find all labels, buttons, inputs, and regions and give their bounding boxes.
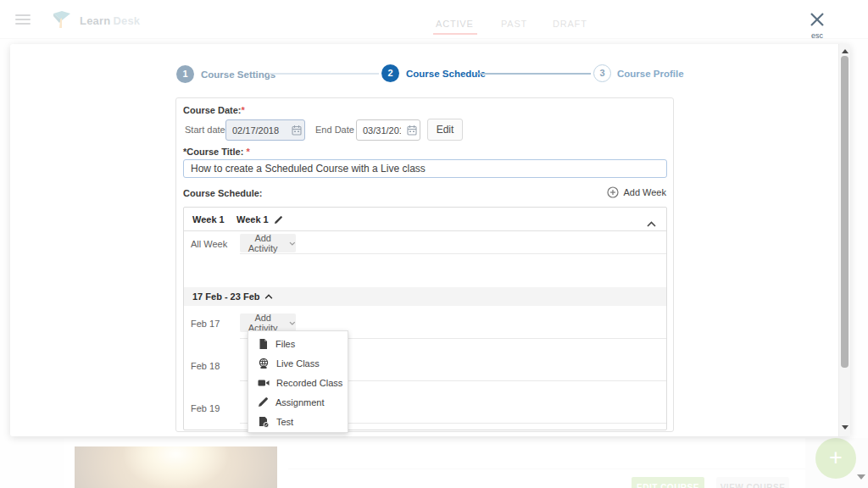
row-divider bbox=[240, 253, 666, 254]
menu-item-live-class[interactable]: Live Class bbox=[248, 353, 348, 373]
step-1-circle[interactable]: 1 bbox=[176, 65, 194, 83]
week-1-header[interactable]: Week 1 Week 1 bbox=[184, 208, 666, 231]
file-icon bbox=[258, 338, 269, 350]
menu-item-recorded-class[interactable]: Recorded Class bbox=[248, 373, 348, 392]
step-3-circle[interactable]: 3 bbox=[593, 64, 611, 82]
page: LearnDesk ACTIVE PAST DRAFT EDIT COURSE … bbox=[0, 0, 868, 488]
video-camera-icon bbox=[258, 378, 270, 388]
page-scroll-down-arrow[interactable] bbox=[857, 474, 865, 480]
chevron-up-icon bbox=[647, 221, 656, 227]
chevron-down-icon bbox=[289, 321, 296, 325]
end-date-input[interactable] bbox=[356, 119, 420, 141]
step-connector-1 bbox=[269, 73, 379, 75]
edit-pencil-icon[interactable] bbox=[274, 215, 283, 225]
step-2-circle[interactable]: 2 bbox=[381, 64, 399, 82]
course-title-input[interactable] bbox=[183, 159, 667, 178]
plus-circle-icon bbox=[607, 186, 619, 198]
close-icon bbox=[809, 11, 826, 28]
menu-item-assignment[interactable]: Assignment bbox=[248, 392, 348, 412]
scroll-up-arrow[interactable] bbox=[842, 49, 849, 53]
feb-17-add-activity-button[interactable]: Add Activity bbox=[240, 313, 296, 332]
step-connector-2 bbox=[477, 73, 591, 75]
add-week-label: Add Week bbox=[623, 187, 666, 197]
menu-item-files[interactable]: Files bbox=[248, 334, 348, 353]
add-activity-menu: Files Live Class Recorded Class bbox=[248, 330, 348, 433]
chevron-up-icon bbox=[264, 294, 273, 299]
start-date-label: Start date bbox=[185, 125, 225, 135]
week-tag: Week 1 bbox=[192, 214, 225, 225]
esc-label: esc bbox=[803, 31, 832, 40]
course-schedule-label: Course Schedule: bbox=[183, 188, 263, 198]
modal-scrollbar[interactable] bbox=[838, 44, 850, 436]
scrollbar-thumb[interactable] bbox=[841, 56, 849, 368]
start-date-input[interactable] bbox=[225, 119, 305, 141]
course-date-label: Course Date:* bbox=[183, 105, 245, 115]
menu-item-test[interactable]: Test bbox=[248, 412, 348, 431]
day-label-feb-19: Feb 19 bbox=[191, 403, 220, 413]
end-date-label: End Date bbox=[315, 125, 354, 135]
pencil-icon bbox=[258, 396, 269, 408]
live-class-icon bbox=[258, 358, 270, 369]
date-range-header[interactable]: 17 Feb - 23 Feb bbox=[184, 287, 666, 306]
all-week-add-activity-button[interactable]: Add Activity bbox=[240, 234, 296, 252]
all-week-label: All Week bbox=[191, 239, 227, 249]
step-1-label: Course Settings bbox=[201, 69, 275, 80]
step-3-label: Course Profile bbox=[617, 69, 684, 79]
day-label-feb-18: Feb 18 bbox=[191, 361, 220, 371]
edit-dates-button[interactable]: Edit bbox=[427, 119, 463, 141]
day-label-feb-17: Feb 17 bbox=[191, 319, 220, 329]
add-week-button[interactable]: Add Week bbox=[607, 186, 666, 198]
week-title: Week 1 bbox=[236, 214, 283, 225]
chevron-down-icon bbox=[289, 241, 296, 246]
test-icon bbox=[258, 416, 270, 428]
course-wizard-modal: 1 Course Settings 2 Course Schedule 3 Co… bbox=[10, 44, 850, 436]
collapse-week-button[interactable] bbox=[647, 215, 656, 230]
course-title-label: *Course Title: * bbox=[183, 147, 250, 157]
step-2-label: Course Schedule bbox=[406, 69, 486, 79]
scroll-down-arrow[interactable] bbox=[842, 425, 849, 430]
close-button[interactable]: esc bbox=[803, 11, 832, 40]
